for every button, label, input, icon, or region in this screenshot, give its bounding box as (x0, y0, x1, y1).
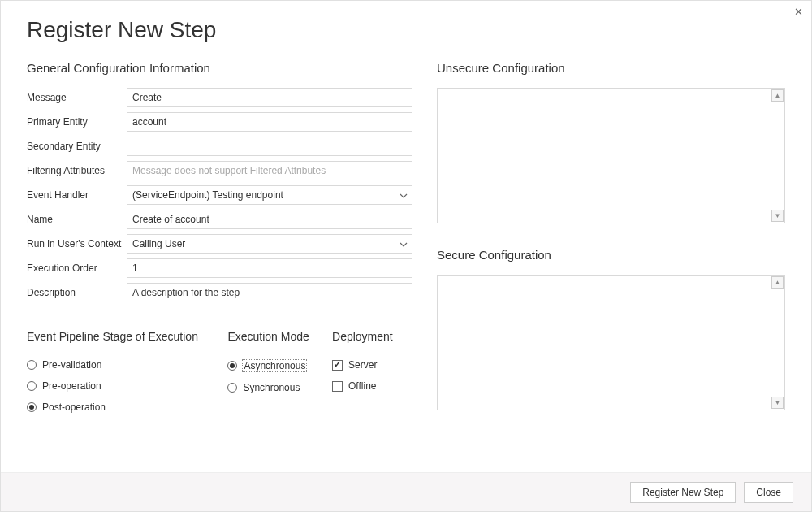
check-offline[interactable]: Offline (332, 380, 412, 392)
select-event-handler[interactable]: (ServiceEndpoint) Testing endpoint (127, 185, 412, 205)
label-event-handler: Event Handler (27, 189, 127, 201)
radio-async[interactable]: Asynchronous (227, 359, 332, 372)
dialog-title: Register New Step (27, 17, 785, 43)
radio-label-pre-operation: Pre-operation (42, 380, 102, 392)
label-name: Name (27, 214, 127, 225)
dialog-footer: Register New Step Close (1, 472, 811, 511)
secure-config-title: Secure Configuration (437, 248, 785, 262)
select-run-context[interactable]: Calling User (127, 234, 412, 254)
checkbox-icon (332, 360, 343, 371)
label-message: Message (27, 92, 127, 103)
secure-config-textarea[interactable]: ▲ ▼ (437, 275, 785, 410)
unsecure-config-title: Unsecure Configuration (437, 61, 785, 75)
row-secondary-entity: Secondary Entity (27, 137, 412, 156)
left-column: General Configuration Information Messag… (27, 61, 412, 472)
radio-icon (27, 402, 37, 412)
row-event-handler: Event Handler (ServiceEndpoint) Testing … (27, 185, 412, 205)
row-execution-order: Execution Order (27, 258, 412, 278)
deployment-title: Deployment (332, 330, 412, 343)
checkbox-icon (332, 381, 343, 392)
exec-mode-group: Execution Mode Asynchronous Synchronous (227, 330, 332, 423)
input-secondary-entity[interactable] (127, 137, 412, 156)
radio-label-pre-validation: Pre-validation (42, 359, 102, 371)
select-run-context-value: Calling User (127, 234, 412, 254)
deployment-group: Deployment Server Offline (332, 330, 412, 423)
main-columns: General Configuration Information Messag… (27, 61, 785, 472)
bottom-sections: Event Pipeline Stage of Execution Pre-va… (27, 330, 412, 423)
spin-down-icon[interactable]: ▼ (771, 397, 784, 409)
input-name[interactable] (127, 210, 412, 229)
radio-icon (27, 360, 37, 370)
input-message[interactable] (127, 88, 412, 107)
radio-icon (227, 361, 237, 371)
row-message: Message (27, 88, 412, 107)
register-button[interactable]: Register New Step (630, 482, 736, 503)
row-name: Name (27, 210, 412, 229)
close-button[interactable]: Close (744, 482, 793, 503)
check-server[interactable]: Server (332, 359, 412, 371)
radio-post-operation[interactable]: Post-operation (27, 401, 227, 413)
radio-label-async: Asynchronous (242, 359, 307, 372)
exec-mode-title: Execution Mode (227, 330, 332, 343)
general-section-title: General Configuration Information (27, 61, 412, 75)
spin-up-icon[interactable]: ▲ (771, 89, 784, 102)
spin-down-icon[interactable]: ▼ (771, 210, 784, 222)
right-column: Unsecure Configuration ▲ ▼ Secure Config… (437, 61, 785, 472)
input-filtering-attributes (127, 161, 412, 180)
spin-up-icon[interactable]: ▲ (771, 276, 784, 289)
row-run-context: Run in User's Context Calling User (27, 234, 412, 254)
label-primary-entity: Primary Entity (27, 116, 127, 128)
label-run-context: Run in User's Context (27, 238, 127, 249)
radio-pre-validation[interactable]: Pre-validation (27, 359, 227, 371)
input-execution-order[interactable] (127, 258, 412, 278)
check-label-server: Server (348, 359, 377, 371)
register-step-dialog: ✕ Register New Step General Configuratio… (0, 0, 812, 512)
label-secondary-entity: Secondary Entity (27, 141, 127, 152)
pipeline-group: Event Pipeline Stage of Execution Pre-va… (27, 330, 227, 423)
input-primary-entity[interactable] (127, 112, 412, 132)
check-label-offline: Offline (348, 380, 376, 392)
row-description: Description (27, 283, 412, 302)
dialog-content: Register New Step General Configuration … (1, 1, 811, 472)
radio-icon (27, 381, 37, 391)
close-icon[interactable]: ✕ (794, 6, 803, 18)
row-filtering-attributes: Filtering Attributes (27, 161, 412, 180)
pipeline-title: Event Pipeline Stage of Execution (27, 330, 227, 343)
radio-label-sync: Synchronous (243, 382, 300, 393)
radio-label-post-operation: Post-operation (42, 401, 106, 413)
radio-sync[interactable]: Synchronous (227, 382, 332, 393)
radio-pre-operation[interactable]: Pre-operation (27, 380, 227, 392)
select-event-handler-value: (ServiceEndpoint) Testing endpoint (127, 185, 412, 205)
row-primary-entity: Primary Entity (27, 112, 412, 132)
label-execution-order: Execution Order (27, 263, 127, 274)
radio-icon (227, 383, 237, 393)
label-filtering-attributes: Filtering Attributes (27, 165, 127, 176)
label-description: Description (27, 287, 127, 298)
unsecure-config-textarea[interactable]: ▲ ▼ (437, 88, 785, 223)
input-description[interactable] (127, 283, 412, 302)
